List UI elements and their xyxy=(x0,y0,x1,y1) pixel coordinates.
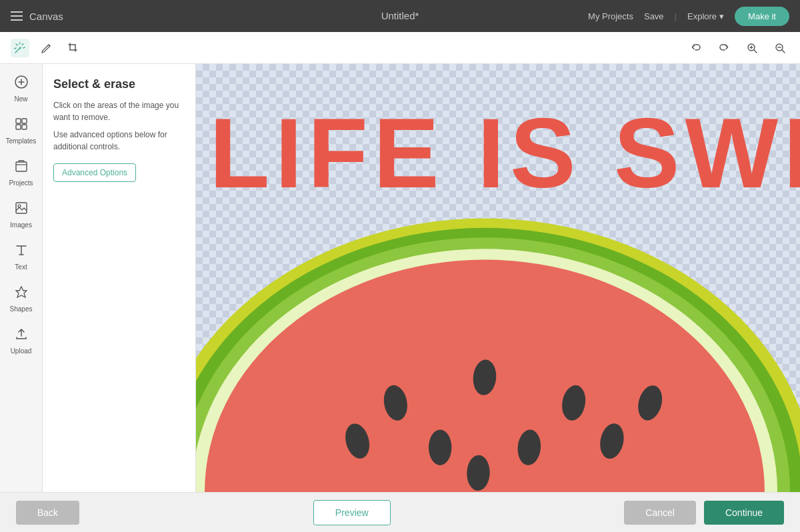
svg-rect-4 xyxy=(16,119,21,123)
zoom-out-button[interactable] xyxy=(771,39,789,57)
svg-point-20 xyxy=(429,429,451,465)
explore-button[interactable]: Explore ▾ xyxy=(687,11,724,21)
save-link[interactable]: Save xyxy=(644,11,664,21)
app-name: Canvas xyxy=(29,11,63,22)
sidebar-item-templates-label: Templates xyxy=(6,137,37,145)
canvas-area[interactable]: LIFE IS SWEET xyxy=(196,64,800,492)
hamburger-menu[interactable] xyxy=(11,11,23,21)
watermelon-image xyxy=(196,212,800,492)
shapes-icon xyxy=(14,285,29,303)
make-it-button[interactable]: Make it xyxy=(735,7,789,26)
svg-point-10 xyxy=(18,205,21,207)
bottom-bar: Back Preview Cancel Continue xyxy=(0,492,800,532)
text-icon xyxy=(14,243,29,261)
sidebar-item-shapes[interactable]: Shapes xyxy=(3,279,40,319)
svg-point-0 xyxy=(19,47,21,49)
sidebar-item-images-label: Images xyxy=(10,221,32,229)
back-button[interactable]: Back xyxy=(16,501,79,525)
svg-rect-8 xyxy=(16,162,27,171)
bottom-right-actions: Cancel Continue xyxy=(624,501,784,525)
sidebar-item-new-label: New xyxy=(14,95,27,103)
sidebar-item-text-label: Text xyxy=(15,263,27,271)
svg-rect-5 xyxy=(22,119,27,123)
image-toolbar xyxy=(0,32,800,64)
top-navigation: Canvas Untitled* My Projects Save | Expl… xyxy=(0,0,800,32)
panel-desc1: Click on the areas of the image you want… xyxy=(53,99,185,123)
sidebar-item-new[interactable]: New xyxy=(3,69,40,109)
select-erase-tool[interactable] xyxy=(11,39,29,57)
select-erase-panel: Select & erase Click on the areas of the… xyxy=(43,64,196,492)
canvas-text: LIFE IS SWEET xyxy=(196,104,800,203)
advanced-options-button[interactable]: Advanced Options xyxy=(53,163,136,182)
sidebar-item-shapes-label: Shapes xyxy=(10,305,33,313)
crop-tool[interactable] xyxy=(64,39,83,57)
cancel-button[interactable]: Cancel xyxy=(624,501,696,525)
sidebar-item-upload-label: Upload xyxy=(11,347,32,355)
panel-desc2: Use advanced options below for additiona… xyxy=(53,129,185,153)
sidebar-item-projects-label: Projects xyxy=(9,179,33,187)
zoom-in-button[interactable] xyxy=(743,39,761,57)
projects-icon xyxy=(14,159,29,177)
main-area: New Templates Projects xyxy=(0,64,800,492)
sidebar-item-templates[interactable]: Templates xyxy=(3,111,40,151)
nav-divider: | xyxy=(675,11,677,21)
preview-button[interactable]: Preview xyxy=(313,500,391,525)
sidebar-item-upload[interactable]: Upload xyxy=(3,321,40,361)
svg-rect-6 xyxy=(16,125,21,129)
panel-title: Select & erase xyxy=(53,77,185,91)
redo-button[interactable] xyxy=(715,39,733,57)
new-icon xyxy=(14,75,29,93)
draw-tool[interactable] xyxy=(37,39,56,57)
sidebar-item-images[interactable]: Images xyxy=(3,195,40,235)
watermelon-scene: LIFE IS SWEET xyxy=(196,64,800,492)
doc-title[interactable]: Untitled* xyxy=(381,10,419,21)
svg-rect-7 xyxy=(22,125,27,129)
upload-icon xyxy=(14,327,29,345)
sidebar: New Templates Projects xyxy=(0,64,43,492)
my-projects-link[interactable]: My Projects xyxy=(588,11,633,21)
continue-button[interactable]: Continue xyxy=(704,501,784,525)
images-icon xyxy=(14,201,29,219)
chevron-down-icon: ▾ xyxy=(719,11,724,21)
canvas-content: LIFE IS SWEET xyxy=(196,64,800,492)
sidebar-item-projects[interactable]: Projects xyxy=(3,153,40,193)
svg-rect-9 xyxy=(16,203,27,213)
undo-button[interactable] xyxy=(687,39,705,57)
templates-icon xyxy=(14,117,29,135)
sidebar-item-text[interactable]: Text xyxy=(3,237,40,277)
